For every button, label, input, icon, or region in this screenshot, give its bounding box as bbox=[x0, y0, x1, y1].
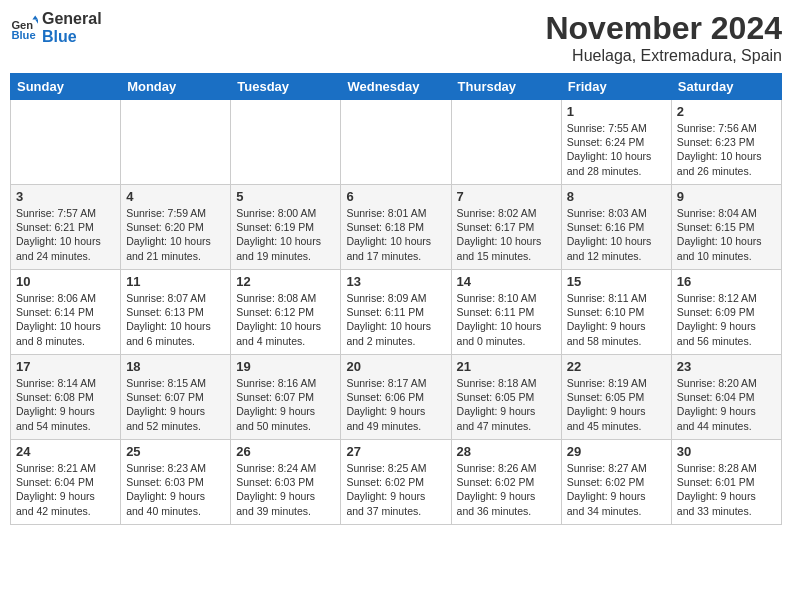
day-info: Sunrise: 8:00 AM Sunset: 6:19 PM Dayligh… bbox=[236, 206, 335, 263]
day-number: 14 bbox=[457, 274, 556, 289]
week-row-3: 17Sunrise: 8:14 AM Sunset: 6:08 PM Dayli… bbox=[11, 355, 782, 440]
day-info: Sunrise: 8:08 AM Sunset: 6:12 PM Dayligh… bbox=[236, 291, 335, 348]
header-saturday: Saturday bbox=[671, 74, 781, 100]
day-number: 12 bbox=[236, 274, 335, 289]
day-number: 15 bbox=[567, 274, 666, 289]
day-number: 19 bbox=[236, 359, 335, 374]
header-tuesday: Tuesday bbox=[231, 74, 341, 100]
table-row: 14Sunrise: 8:10 AM Sunset: 6:11 PM Dayli… bbox=[451, 270, 561, 355]
day-info: Sunrise: 8:15 AM Sunset: 6:07 PM Dayligh… bbox=[126, 376, 225, 433]
table-row bbox=[451, 100, 561, 185]
header-row: SundayMondayTuesdayWednesdayThursdayFrid… bbox=[11, 74, 782, 100]
day-number: 23 bbox=[677, 359, 776, 374]
day-info: Sunrise: 8:26 AM Sunset: 6:02 PM Dayligh… bbox=[457, 461, 556, 518]
table-row bbox=[231, 100, 341, 185]
day-number: 4 bbox=[126, 189, 225, 204]
table-row: 17Sunrise: 8:14 AM Sunset: 6:08 PM Dayli… bbox=[11, 355, 121, 440]
table-row: 22Sunrise: 8:19 AM Sunset: 6:05 PM Dayli… bbox=[561, 355, 671, 440]
header-wednesday: Wednesday bbox=[341, 74, 451, 100]
day-info: Sunrise: 8:16 AM Sunset: 6:07 PM Dayligh… bbox=[236, 376, 335, 433]
day-info: Sunrise: 8:19 AM Sunset: 6:05 PM Dayligh… bbox=[567, 376, 666, 433]
table-row: 28Sunrise: 8:26 AM Sunset: 6:02 PM Dayli… bbox=[451, 440, 561, 525]
table-row: 6Sunrise: 8:01 AM Sunset: 6:18 PM Daylig… bbox=[341, 185, 451, 270]
day-info: Sunrise: 8:10 AM Sunset: 6:11 PM Dayligh… bbox=[457, 291, 556, 348]
day-number: 25 bbox=[126, 444, 225, 459]
table-row: 11Sunrise: 8:07 AM Sunset: 6:13 PM Dayli… bbox=[121, 270, 231, 355]
day-info: Sunrise: 8:06 AM Sunset: 6:14 PM Dayligh… bbox=[16, 291, 115, 348]
header-monday: Monday bbox=[121, 74, 231, 100]
day-number: 28 bbox=[457, 444, 556, 459]
month-title: November 2024 bbox=[545, 10, 782, 47]
table-row: 18Sunrise: 8:15 AM Sunset: 6:07 PM Dayli… bbox=[121, 355, 231, 440]
day-number: 26 bbox=[236, 444, 335, 459]
table-row bbox=[341, 100, 451, 185]
day-number: 20 bbox=[346, 359, 445, 374]
day-info: Sunrise: 8:11 AM Sunset: 6:10 PM Dayligh… bbox=[567, 291, 666, 348]
day-info: Sunrise: 8:23 AM Sunset: 6:03 PM Dayligh… bbox=[126, 461, 225, 518]
table-row: 1Sunrise: 7:55 AM Sunset: 6:24 PM Daylig… bbox=[561, 100, 671, 185]
day-info: Sunrise: 8:03 AM Sunset: 6:16 PM Dayligh… bbox=[567, 206, 666, 263]
day-info: Sunrise: 8:14 AM Sunset: 6:08 PM Dayligh… bbox=[16, 376, 115, 433]
day-number: 10 bbox=[16, 274, 115, 289]
logo-icon: Gen Blue bbox=[10, 14, 38, 42]
table-row bbox=[121, 100, 231, 185]
table-row: 23Sunrise: 8:20 AM Sunset: 6:04 PM Dayli… bbox=[671, 355, 781, 440]
table-row: 4Sunrise: 7:59 AM Sunset: 6:20 PM Daylig… bbox=[121, 185, 231, 270]
day-info: Sunrise: 8:09 AM Sunset: 6:11 PM Dayligh… bbox=[346, 291, 445, 348]
week-row-2: 10Sunrise: 8:06 AM Sunset: 6:14 PM Dayli… bbox=[11, 270, 782, 355]
header-friday: Friday bbox=[561, 74, 671, 100]
day-number: 9 bbox=[677, 189, 776, 204]
day-info: Sunrise: 8:25 AM Sunset: 6:02 PM Dayligh… bbox=[346, 461, 445, 518]
table-row: 27Sunrise: 8:25 AM Sunset: 6:02 PM Dayli… bbox=[341, 440, 451, 525]
table-row: 29Sunrise: 8:27 AM Sunset: 6:02 PM Dayli… bbox=[561, 440, 671, 525]
day-info: Sunrise: 8:21 AM Sunset: 6:04 PM Dayligh… bbox=[16, 461, 115, 518]
day-number: 8 bbox=[567, 189, 666, 204]
table-row: 30Sunrise: 8:28 AM Sunset: 6:01 PM Dayli… bbox=[671, 440, 781, 525]
day-number: 24 bbox=[16, 444, 115, 459]
table-row: 13Sunrise: 8:09 AM Sunset: 6:11 PM Dayli… bbox=[341, 270, 451, 355]
table-row: 12Sunrise: 8:08 AM Sunset: 6:12 PM Dayli… bbox=[231, 270, 341, 355]
day-number: 2 bbox=[677, 104, 776, 119]
location-title: Huelaga, Extremadura, Spain bbox=[545, 47, 782, 65]
logo-text-line1: General bbox=[42, 10, 102, 28]
day-info: Sunrise: 7:56 AM Sunset: 6:23 PM Dayligh… bbox=[677, 121, 776, 178]
header-thursday: Thursday bbox=[451, 74, 561, 100]
day-info: Sunrise: 8:07 AM Sunset: 6:13 PM Dayligh… bbox=[126, 291, 225, 348]
day-info: Sunrise: 8:18 AM Sunset: 6:05 PM Dayligh… bbox=[457, 376, 556, 433]
table-row: 21Sunrise: 8:18 AM Sunset: 6:05 PM Dayli… bbox=[451, 355, 561, 440]
table-row: 19Sunrise: 8:16 AM Sunset: 6:07 PM Dayli… bbox=[231, 355, 341, 440]
table-row: 24Sunrise: 8:21 AM Sunset: 6:04 PM Dayli… bbox=[11, 440, 121, 525]
day-number: 22 bbox=[567, 359, 666, 374]
day-number: 21 bbox=[457, 359, 556, 374]
day-number: 11 bbox=[126, 274, 225, 289]
day-info: Sunrise: 8:02 AM Sunset: 6:17 PM Dayligh… bbox=[457, 206, 556, 263]
day-number: 13 bbox=[346, 274, 445, 289]
calendar-table: SundayMondayTuesdayWednesdayThursdayFrid… bbox=[10, 73, 782, 525]
day-info: Sunrise: 7:59 AM Sunset: 6:20 PM Dayligh… bbox=[126, 206, 225, 263]
day-info: Sunrise: 8:27 AM Sunset: 6:02 PM Dayligh… bbox=[567, 461, 666, 518]
svg-text:Blue: Blue bbox=[11, 29, 35, 41]
day-info: Sunrise: 8:20 AM Sunset: 6:04 PM Dayligh… bbox=[677, 376, 776, 433]
svg-marker-3 bbox=[35, 19, 38, 23]
day-number: 18 bbox=[126, 359, 225, 374]
table-row: 9Sunrise: 8:04 AM Sunset: 6:15 PM Daylig… bbox=[671, 185, 781, 270]
svg-marker-2 bbox=[32, 15, 38, 19]
day-number: 5 bbox=[236, 189, 335, 204]
table-row: 10Sunrise: 8:06 AM Sunset: 6:14 PM Dayli… bbox=[11, 270, 121, 355]
day-info: Sunrise: 8:28 AM Sunset: 6:01 PM Dayligh… bbox=[677, 461, 776, 518]
day-number: 17 bbox=[16, 359, 115, 374]
week-row-1: 3Sunrise: 7:57 AM Sunset: 6:21 PM Daylig… bbox=[11, 185, 782, 270]
logo-text-line2: Blue bbox=[42, 28, 102, 46]
page-header: Gen Blue General Blue November 2024 Huel… bbox=[10, 10, 782, 65]
day-number: 6 bbox=[346, 189, 445, 204]
table-row: 2Sunrise: 7:56 AM Sunset: 6:23 PM Daylig… bbox=[671, 100, 781, 185]
day-info: Sunrise: 7:55 AM Sunset: 6:24 PM Dayligh… bbox=[567, 121, 666, 178]
table-row: 25Sunrise: 8:23 AM Sunset: 6:03 PM Dayli… bbox=[121, 440, 231, 525]
table-row: 5Sunrise: 8:00 AM Sunset: 6:19 PM Daylig… bbox=[231, 185, 341, 270]
day-number: 30 bbox=[677, 444, 776, 459]
table-row bbox=[11, 100, 121, 185]
table-row: 26Sunrise: 8:24 AM Sunset: 6:03 PM Dayli… bbox=[231, 440, 341, 525]
week-row-4: 24Sunrise: 8:21 AM Sunset: 6:04 PM Dayli… bbox=[11, 440, 782, 525]
day-number: 29 bbox=[567, 444, 666, 459]
table-row: 16Sunrise: 8:12 AM Sunset: 6:09 PM Dayli… bbox=[671, 270, 781, 355]
